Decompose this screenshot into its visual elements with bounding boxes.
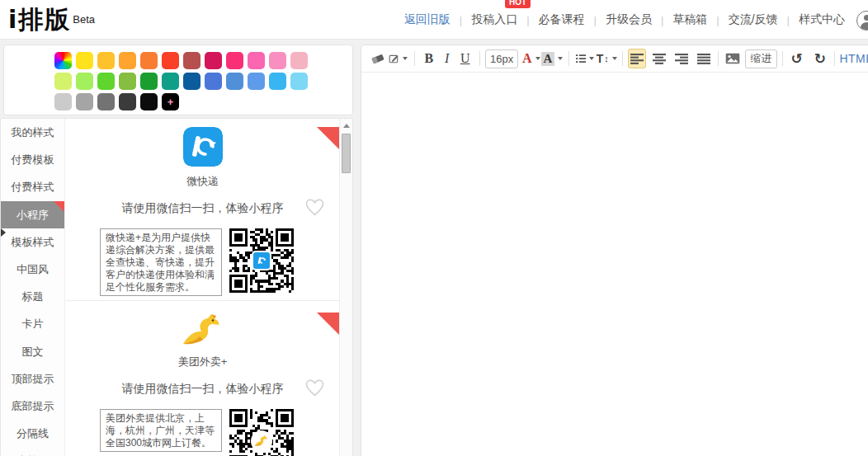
underline-button[interactable]: U	[456, 49, 474, 68]
nav-back-to-old[interactable]: 返回旧版	[404, 12, 451, 27]
chevron-down-icon	[535, 57, 540, 60]
align-center-button[interactable]	[650, 49, 668, 68]
editor-content-area[interactable]	[361, 73, 868, 456]
favorite-heart-icon[interactable]	[304, 378, 325, 400]
scrollbar-thumb[interactable]	[342, 134, 351, 173]
app-name: 美团外卖+	[66, 355, 339, 369]
color-swatch[interactable]	[54, 93, 72, 110]
sidebar-item-label: 标题	[22, 290, 44, 303]
nav-feedback[interactable]: 交流/反馈	[729, 12, 778, 27]
color-swatch[interactable]	[119, 93, 136, 110]
align-right-button[interactable]	[672, 49, 691, 68]
color-swatch[interactable]	[97, 93, 115, 110]
nav-required-courses[interactable]: 必备课程	[539, 12, 585, 27]
color-swatch[interactable]	[183, 52, 200, 69]
miniprogram-card-meituan[interactable]: 美团外卖+ 请使用微信扫一扫，体验小程序 美团外卖提供北京，上海，杭州，广州，天…	[66, 313, 339, 456]
sidebar-item-paid-styles[interactable]: 付费样式	[1, 173, 64, 200]
color-swatch[interactable]	[119, 73, 136, 90]
scrollbar-up-button[interactable]	[340, 119, 352, 132]
sidebar-item-dividers[interactable]: 分隔线	[1, 420, 64, 447]
sidebar-item-top-tips[interactable]: 顶部提示	[1, 365, 64, 393]
toolbar-divider	[834, 51, 835, 66]
color-swatch[interactable]	[269, 52, 286, 69]
color-swatch[interactable]	[140, 93, 158, 110]
line-height-dropdown[interactable]: T↕	[596, 49, 617, 68]
list-style-dropdown[interactable]	[574, 49, 597, 68]
color-swatch[interactable]	[119, 52, 136, 69]
rainbow-color-picker-icon[interactable]	[54, 52, 72, 69]
color-swatch[interactable]	[290, 73, 308, 90]
nav-submit-entry[interactable]: 投稿入口 HOT	[471, 12, 517, 27]
align-center-icon	[653, 54, 666, 64]
italic-button[interactable]: I	[438, 49, 456, 68]
color-swatch[interactable]	[76, 52, 93, 69]
color-swatch[interactable]	[269, 73, 286, 90]
sidebar-item-label: 我的样式	[12, 126, 54, 139]
color-swatch[interactable]	[183, 73, 200, 90]
nav-separator: |	[460, 14, 462, 26]
sidebar-item-small-symbols[interactable]: 小符号	[1, 447, 64, 456]
sidebar-item-paid-templates[interactable]: 付费模板	[1, 146, 64, 173]
sidebar-item-bottom-tips[interactable]: 底部提示	[1, 393, 64, 420]
sidebar-item-cards[interactable]: 卡片	[1, 310, 64, 337]
color-swatch[interactable]	[205, 73, 222, 90]
background-color-dropdown[interactable]: A	[540, 49, 563, 68]
font-color-dropdown[interactable]: A	[521, 49, 540, 68]
color-swatch[interactable]	[76, 93, 93, 110]
sidebar-item-my-styles[interactable]: 我的样式	[1, 119, 64, 146]
logo-text: i排版	[8, 5, 71, 34]
weikuaidi-logo-icon	[183, 127, 223, 167]
user-avatar-icon[interactable]	[856, 11, 868, 31]
nav-drafts[interactable]: 草稿箱	[672, 12, 707, 27]
color-swatch[interactable]	[54, 73, 72, 90]
nav-style-center[interactable]: 样式中心	[799, 12, 845, 27]
color-swatch[interactable]	[140, 52, 158, 69]
align-left-button[interactable]	[628, 49, 646, 68]
color-swatch[interactable]	[97, 73, 115, 90]
sidebar-item-label: 图文	[22, 346, 44, 358]
app-logo[interactable]: i排版Beta	[8, 3, 95, 37]
nav-upgrade-member[interactable]: 升级会员	[606, 12, 652, 27]
html-source-button[interactable]: HTML	[840, 49, 868, 68]
scan-hint-text: 请使用微信扫一扫，体验小程序	[122, 382, 284, 395]
color-swatch[interactable]	[162, 52, 179, 69]
app-description: 微快递+是为用户提供快递综合解决方案，提供最全查快递、寄快递，提升客户的快递使用…	[100, 228, 222, 296]
color-swatch[interactable]	[97, 52, 115, 69]
sidebar-item-template-styles[interactable]: 模板样式	[1, 228, 64, 256]
sidebar-item-label: 付费模板	[12, 153, 54, 166]
nav-separator: |	[787, 14, 790, 26]
sidebar-item-miniprogram[interactable]: 小程序	[1, 201, 64, 228]
indent-button[interactable]: 缩进	[745, 49, 777, 68]
nav-submit-entry-label: 投稿入口	[471, 12, 517, 26]
insert-image-button[interactable]	[724, 49, 742, 68]
font-size-selector[interactable]: 16px	[485, 49, 519, 68]
color-swatch[interactable]	[140, 73, 158, 90]
color-swatch[interactable]	[248, 52, 265, 69]
clear-format-eraser-button[interactable]	[369, 49, 387, 68]
line-height-icon: T	[597, 52, 604, 65]
bold-button[interactable]: B	[420, 49, 438, 68]
color-swatch[interactable]	[226, 52, 243, 69]
font-color-icon: A	[522, 51, 532, 66]
color-swatch[interactable]	[76, 73, 93, 90]
color-swatch[interactable]	[248, 73, 265, 90]
card-list-scrollbar[interactable]	[339, 119, 352, 456]
format-brush-dropdown[interactable]	[387, 49, 409, 68]
color-swatch[interactable]	[290, 52, 308, 69]
color-palette-panel: +	[3, 45, 353, 115]
nav-separator: |	[661, 14, 663, 26]
favorite-heart-icon[interactable]	[304, 198, 325, 219]
nav-separator: |	[716, 14, 719, 26]
sidebar-item-image-text[interactable]: 图文	[1, 338, 64, 365]
color-swatch[interactable]	[205, 52, 222, 69]
align-justify-button[interactable]	[695, 49, 713, 68]
sidebar-item-titles[interactable]: 标题	[1, 283, 64, 310]
add-custom-color-button[interactable]: +	[162, 93, 179, 110]
color-swatch[interactable]	[226, 73, 243, 90]
redo-button[interactable]: ↻	[811, 49, 829, 68]
sidebar-item-chinese-style[interactable]: 中国风	[1, 256, 64, 283]
undo-button[interactable]: ↺	[788, 49, 806, 68]
color-swatch[interactable]	[162, 73, 179, 90]
miniprogram-card-weikuaidi[interactable]: 微快递 请使用微信扫一扫，体验小程序 微快递+是为用户提供快递综合解决方案，提供…	[66, 127, 339, 301]
selected-corner-ribbon	[54, 201, 64, 212]
